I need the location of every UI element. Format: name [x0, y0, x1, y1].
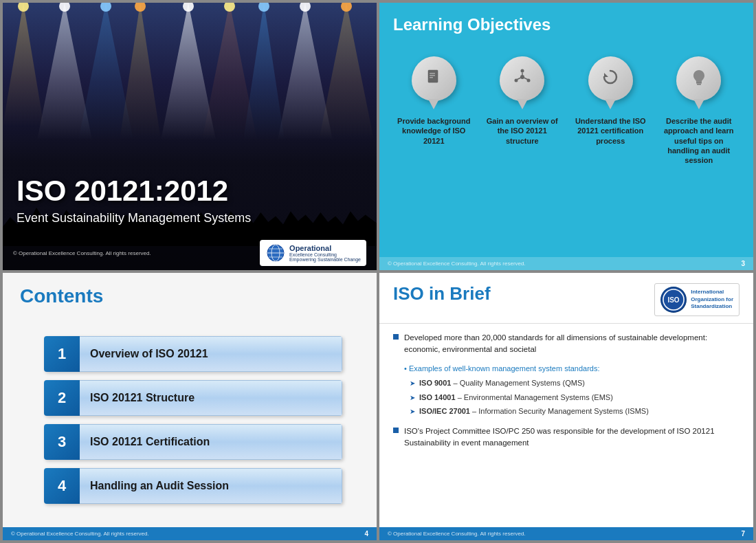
svg-point-14 [224, 3, 235, 12]
iso-27001-bold: ISO/IEC 27001 [419, 407, 470, 415]
svg-point-17 [341, 3, 352, 12]
slide3-copyright: © Operational Excellence Consulting. All… [11, 531, 149, 537]
iso-27001-rest: – Information Security Management System… [470, 407, 649, 415]
svg-marker-6 [243, 3, 285, 140]
svg-marker-8 [319, 3, 374, 140]
pin-head-1 [412, 56, 456, 101]
iso-9001-rest: – Quality Management Systems (QMS) [451, 379, 584, 387]
slide4-copyright: © Operational Excellence Consulting. All… [388, 531, 526, 537]
slide4-title: ISO in Brief [393, 283, 491, 304]
bullet-square-1 [393, 334, 399, 340]
content-label-3: ISO 20121 Certification [80, 424, 342, 460]
svg-text:ISO: ISO [668, 296, 680, 304]
iso-logo-text: International Organization for Standardi… [691, 289, 733, 310]
refresh-icon [601, 68, 619, 90]
svg-point-11 [100, 3, 111, 12]
slide4-footer: © Operational Excellence Consulting. All… [379, 527, 753, 540]
slide4-header: ISO in Brief ISO International Organizat… [379, 273, 753, 324]
content-label-1: Overview of ISO 20121 [80, 336, 342, 372]
arrow-symbol-1: ➤ [410, 378, 415, 389]
pin-head-4 [676, 56, 721, 101]
svg-point-12 [135, 3, 146, 12]
svg-rect-23 [428, 70, 438, 82]
pin-icon-2 [500, 56, 544, 108]
svg-point-16 [300, 3, 311, 12]
slide2-copyright: © Operational Excellence Consulting. All… [388, 261, 526, 267]
svg-marker-3 [120, 3, 161, 140]
slide1-title: ISO 20121:2012 [16, 175, 363, 207]
iso-14001-bold: ISO 14001 [419, 393, 456, 401]
arrow-symbol-2: ➤ [410, 392, 415, 403]
bullet-point-1: Developed more than 20,000 standards for… [393, 332, 740, 356]
objectives-container: Provide background knowledge of ISO 2012… [379, 43, 753, 257]
content-item-4[interactable]: 4 Handling an Audit Session [44, 468, 342, 504]
objective-4: Describe the audit approach and learn us… [658, 56, 740, 165]
lightbulb-icon [691, 68, 707, 90]
slide2-header: Learning Objectives [379, 3, 753, 43]
contents-list: 1 Overview of ISO 20121 2 ISO 20121 Stru… [3, 313, 377, 527]
arrow-item-1: ➤ ISO 9001 – Quality Management Systems … [410, 377, 740, 389]
svg-rect-36 [697, 84, 701, 85]
slide3-page-number: 4 [364, 530, 368, 538]
svg-point-28 [520, 69, 524, 72]
arrow-symbol-3: ➤ [410, 406, 415, 417]
svg-rect-24 [430, 73, 435, 74]
slide-4: ISO in Brief ISO International Organizat… [379, 273, 753, 540]
svg-marker-0 [3, 3, 44, 126]
svg-point-13 [183, 3, 194, 12]
arrow-item-3: ➤ ISO/IEC 27001 – Information Security M… [410, 406, 740, 417]
svg-point-15 [258, 3, 269, 12]
slide1-subtitle: Event Sustainability Management Systems [16, 211, 363, 225]
svg-rect-25 [430, 75, 435, 76]
pin-icon-4 [676, 56, 721, 108]
slide1-content: ISO 20121:2012 Event Sustainability Mana… [3, 175, 377, 270]
bullet-1-text: Developed more than 20,000 standards for… [404, 332, 740, 356]
slide4-content: Developed more than 20,000 standards for… [379, 324, 753, 527]
slide4-page-number: 7 [741, 530, 745, 538]
content-number-2: 2 [44, 380, 80, 416]
iso-logo-circle: ISO [660, 287, 687, 313]
slide3-header: Contents [3, 273, 377, 313]
pin-head-2 [500, 56, 544, 101]
content-item-1[interactable]: 1 Overview of ISO 20121 [44, 336, 342, 372]
objective-1: Provide background knowledge of ISO 2012… [392, 56, 475, 146]
slide-3: Contents 1 Overview of ISO 20121 2 ISO 2… [3, 273, 377, 540]
slide2-title: Learning Objectives [393, 15, 740, 34]
pin-icon-1 [412, 56, 456, 108]
arrow-text-3: ISO/IEC 27001 – Information Security Man… [419, 406, 649, 417]
objective-3: Understand the ISO 20121 certification p… [569, 56, 652, 146]
arrow-text-2: ISO 14001 – Environmental Management Sys… [419, 392, 613, 403]
objective-3-text: Understand the ISO 20121 certification p… [569, 116, 652, 146]
bullet-point-2: ISO's Project Committee ISO/PC 250 was r… [393, 425, 740, 450]
bullet-square-2 [393, 428, 399, 433]
svg-point-9 [18, 3, 29, 12]
content-label-4: Handling an Audit Session [80, 468, 342, 504]
objective-4-text: Describe the audit approach and learn us… [658, 116, 740, 165]
iso-9001-bold: ISO 9001 [419, 379, 451, 387]
content-item-3[interactable]: 3 ISO 20121 Certification [44, 424, 342, 460]
objective-2-text: Gain an overview of the ISO 20121 struct… [481, 116, 564, 146]
iso-org-line1: International [691, 289, 733, 296]
bullet-2-text: ISO's Project Committee ISO/PC 250 was r… [404, 425, 740, 450]
iso-14001-rest: – Environmental Management Systems (EMS) [456, 393, 613, 401]
stage-lights [3, 3, 377, 163]
slide-2: Learning Objectives Provide background k… [379, 3, 753, 270]
svg-rect-35 [696, 82, 702, 84]
arrow-text-1: ISO 9001 – Quality Management Systems (Q… [419, 377, 585, 389]
content-number-3: 3 [44, 424, 80, 460]
arrow-item-2: ➤ ISO 14001 – Environmental Management S… [410, 392, 740, 403]
svg-rect-26 [430, 77, 433, 78]
slide2-page-number: 3 [741, 260, 745, 267]
content-number-1: 1 [44, 336, 80, 372]
svg-marker-34 [604, 73, 608, 77]
objective-1-text: Provide background knowledge of ISO 2012… [392, 116, 475, 146]
pin-head-3 [588, 56, 633, 101]
svg-point-10 [59, 3, 70, 12]
slide3-footer: © Operational Excellence Consulting. All… [3, 527, 377, 540]
content-item-2[interactable]: 2 ISO 20121 Structure [44, 380, 342, 416]
iso-org-line3: Standardization [691, 303, 733, 310]
network-icon [513, 68, 531, 90]
iso-org-line2: Organization for [691, 296, 733, 303]
sub-bullet-heading: • Examples of well-known management syst… [404, 363, 740, 375]
slide3-title: Contents [20, 285, 359, 307]
